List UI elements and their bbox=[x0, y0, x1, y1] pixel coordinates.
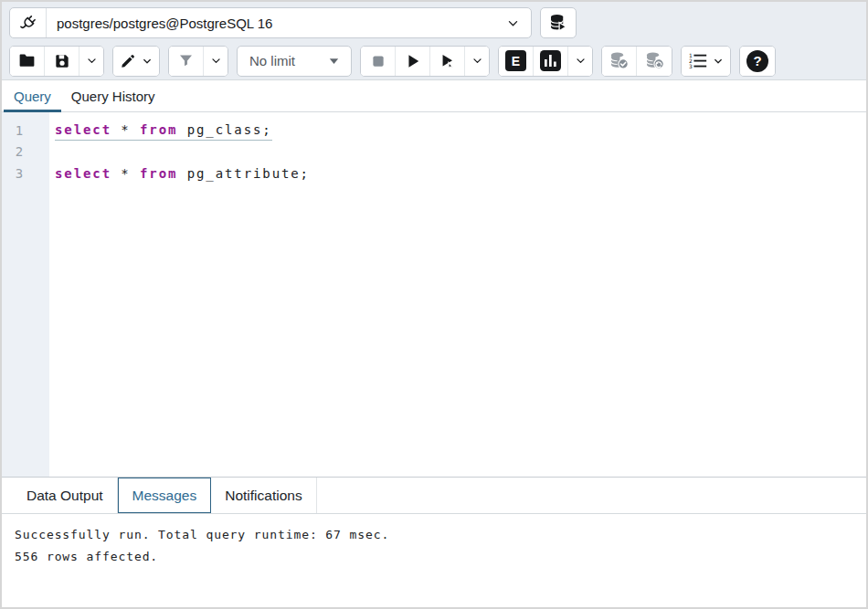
execute-button[interactable] bbox=[396, 47, 430, 76]
query-toolbar: No limit bbox=[2, 42, 866, 80]
explain-analyze-button[interactable] bbox=[534, 47, 568, 76]
editor-code[interactable]: select * from pg_class; select * from pg… bbox=[49, 112, 866, 477]
filter-icon bbox=[177, 52, 195, 69]
chevron-down-icon bbox=[142, 56, 153, 67]
message-line: 556 rows affected. bbox=[15, 546, 853, 568]
commit-button[interactable] bbox=[602, 47, 637, 76]
line-number: 3 bbox=[2, 163, 37, 184]
execute-options-dropdown[interactable] bbox=[465, 47, 489, 76]
row-limit-select[interactable]: No limit bbox=[237, 46, 352, 77]
tab-query-history[interactable]: Query History bbox=[61, 80, 165, 111]
filter-button-group bbox=[168, 46, 228, 77]
message-line: Successfully run. Total query runtime: 6… bbox=[15, 524, 853, 546]
messages-panel: Successfully run. Total query runtime: 6… bbox=[2, 514, 866, 607]
tab-query[interactable]: Query bbox=[4, 80, 61, 111]
tab-notifications-label: Notifications bbox=[225, 488, 302, 504]
execute-button-group bbox=[360, 46, 490, 77]
chevron-down-icon bbox=[713, 56, 724, 67]
execute-from-cursor-icon bbox=[439, 52, 457, 70]
connection-bar: postgres/postgres@PostgreSQL 16 bbox=[2, 2, 866, 42]
edit-dropdown-button[interactable] bbox=[113, 47, 159, 76]
toolbar-chrome: postgres/postgres@PostgreSQL 16 bbox=[2, 2, 866, 80]
connection-select[interactable]: postgres/postgres@PostgreSQL 16 bbox=[9, 7, 532, 38]
macros-button-group: 1 2 3 bbox=[681, 46, 731, 77]
tab-notifications[interactable]: Notifications bbox=[211, 478, 316, 513]
line-number: 1 bbox=[2, 121, 37, 142]
row-limit-value: No limit bbox=[249, 53, 295, 68]
code-line[interactable]: select * from pg_class; bbox=[55, 121, 272, 141]
macros-icon: 1 2 3 bbox=[688, 52, 708, 69]
execute-from-cursor-button[interactable] bbox=[430, 47, 465, 76]
open-file-icon bbox=[17, 51, 37, 70]
explain-options-dropdown[interactable] bbox=[568, 47, 592, 76]
edit-button-group bbox=[112, 46, 160, 77]
output-tab-bar: Data Output Messages Notifications bbox=[2, 478, 866, 514]
save-icon bbox=[53, 52, 71, 70]
macros-dropdown-button[interactable]: 1 2 3 bbox=[682, 47, 730, 76]
editor-gutter: 123 bbox=[2, 112, 49, 477]
tab-messages-label: Messages bbox=[132, 488, 197, 504]
filter-options-dropdown[interactable] bbox=[204, 47, 228, 76]
file-button-group bbox=[9, 46, 104, 77]
chevron-down-icon bbox=[471, 55, 483, 67]
sql-editor[interactable]: 123 select * from pg_class; select * fro… bbox=[2, 112, 866, 478]
plug-icon bbox=[10, 8, 47, 37]
code-line[interactable]: select * from pg_attribute; bbox=[55, 163, 310, 184]
rollback-button[interactable] bbox=[637, 47, 672, 76]
chevron-down-icon bbox=[86, 55, 98, 67]
tab-data-output-label: Data Output bbox=[26, 488, 103, 504]
tab-query-label: Query bbox=[14, 89, 51, 104]
new-connection-button[interactable] bbox=[540, 7, 577, 38]
help-button-group: ? bbox=[739, 46, 776, 77]
cancel-query-button[interactable] bbox=[361, 47, 396, 76]
line-number: 2 bbox=[2, 142, 37, 163]
save-button[interactable] bbox=[45, 47, 79, 76]
database-new-connection-icon bbox=[548, 13, 568, 33]
rollback-icon bbox=[644, 50, 665, 71]
connection-label: postgres/postgres@PostgreSQL 16 bbox=[47, 16, 495, 31]
edit-icon bbox=[120, 52, 137, 69]
editor-tab-bar: Query Query History bbox=[2, 80, 866, 112]
execute-icon bbox=[404, 52, 422, 70]
caret-down-icon bbox=[329, 58, 339, 65]
code-line[interactable] bbox=[55, 142, 64, 163]
commit-icon bbox=[609, 50, 630, 71]
chevron-down-icon bbox=[575, 55, 587, 67]
open-file-button[interactable] bbox=[10, 47, 45, 76]
explain-button[interactable]: E bbox=[499, 47, 534, 76]
chevron-down-icon bbox=[210, 55, 222, 67]
help-button[interactable]: ? bbox=[740, 47, 775, 76]
save-options-dropdown[interactable] bbox=[79, 47, 103, 76]
explain-icon: E bbox=[505, 50, 526, 71]
connection-chevron-down-icon[interactable] bbox=[495, 8, 531, 37]
query-tool-window: postgres/postgres@PostgreSQL 16 bbox=[0, 0, 868, 609]
transaction-button-group bbox=[601, 46, 672, 77]
tab-messages[interactable]: Messages bbox=[118, 478, 212, 513]
tab-data-output[interactable]: Data Output bbox=[13, 478, 118, 513]
tab-query-history-label: Query History bbox=[71, 89, 155, 104]
help-icon: ? bbox=[746, 50, 768, 72]
stop-icon bbox=[370, 53, 386, 69]
explain-button-group: E bbox=[498, 46, 593, 77]
explain-analyze-icon bbox=[540, 50, 561, 71]
filter-button[interactable] bbox=[169, 47, 204, 76]
svg-text:3: 3 bbox=[689, 63, 693, 69]
